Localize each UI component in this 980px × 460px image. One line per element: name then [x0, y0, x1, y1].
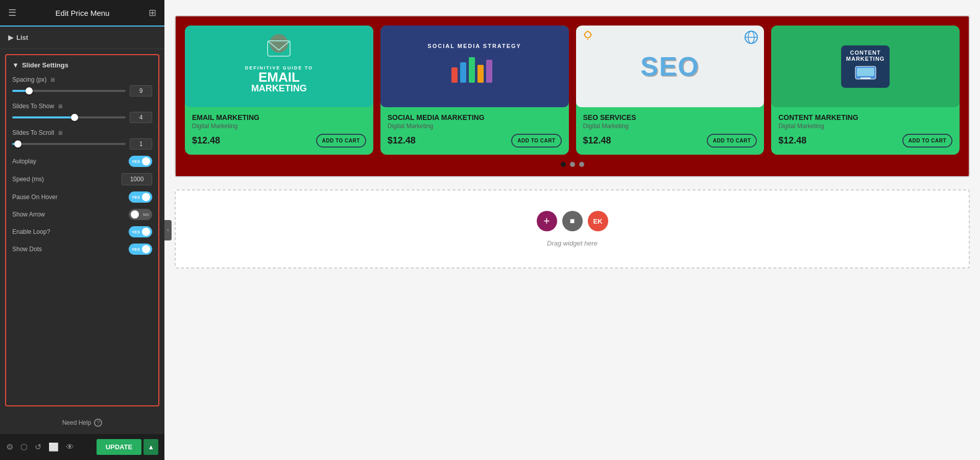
slides-to-show-value[interactable]: 4 [130, 112, 152, 123]
show-dots-setting: Show Dots YES [12, 244, 152, 255]
hamburger-menu-icon[interactable]: ☰ [8, 7, 16, 18]
slides-to-scroll-setting: Slides To Scroll 🖥 1 [12, 129, 152, 150]
card-price-row-seo: $12.48 ADD TO CART [583, 134, 757, 148]
widget-square-button[interactable]: ■ [562, 211, 583, 231]
monitor-icon-3: 🖥 [57, 130, 63, 136]
autoplay-label: Autoplay [12, 158, 36, 165]
spacing-slider[interactable] [12, 90, 126, 92]
enable-loop-row: Enable Loop? YES [12, 226, 152, 237]
svg-rect-4 [469, 57, 475, 83]
add-to-cart-seo[interactable]: ADD TO CART [707, 134, 757, 148]
card-price-row-social: $12.48 ADD TO CART [388, 134, 562, 148]
show-arrow-label: Show Arrow [12, 211, 45, 218]
pause-on-hover-label: Pause On Hover [12, 193, 58, 201]
card-price-email: $12.48 [192, 135, 220, 146]
speed-row: Speed (ms) 1000 [12, 173, 152, 185]
show-dots-toggle[interactable]: YES [129, 244, 152, 255]
svg-rect-6 [486, 60, 492, 83]
need-help[interactable]: Need Help ? [0, 411, 164, 434]
product-card-social: SOCIAL MEDIA STRATEGY SOCIAL MEDIA MARKE… [380, 26, 569, 155]
svg-rect-5 [477, 65, 484, 83]
slider-dots [185, 162, 960, 167]
dot-2[interactable] [570, 162, 575, 167]
update-button[interactable]: UPDATE [97, 439, 141, 455]
spacing-label: Spacing (px) 🖥 [12, 76, 152, 83]
card-name-content: CONTENT MARKETING [778, 113, 952, 122]
add-to-cart-social[interactable]: ADD TO CART [511, 134, 561, 148]
layers-icon[interactable]: ⬡ [20, 442, 28, 452]
list-section[interactable]: ▶ List [0, 27, 164, 49]
card-category-social: Digital Marketing [388, 123, 562, 130]
product-card-seo: SEO [576, 26, 764, 155]
autoplay-toggle[interactable]: YES [129, 156, 152, 167]
spacing-slider-row: 9 [12, 85, 152, 96]
svg-rect-3 [460, 62, 466, 83]
slides-to-scroll-value[interactable]: 1 [130, 138, 152, 150]
list-label: List [16, 34, 28, 41]
svg-rect-16 [857, 68, 874, 76]
svg-point-10 [585, 32, 591, 38]
slider-settings-panel: ▼ Slider Settings Spacing (px) 🖥 9 Slide… [5, 54, 159, 406]
sidebar: ☰ Edit Price Menu ⊞ ▶ List ▼ Slider Sett… [0, 0, 164, 460]
dot-3[interactable] [579, 162, 584, 167]
card-body-seo: SEO SERVICES Digital Marketing $12.48 AD… [576, 107, 764, 155]
monitor-icon-2: 🖥 [57, 103, 63, 109]
slides-to-show-slider[interactable] [12, 116, 126, 118]
autoplay-setting: Autoplay YES [12, 156, 152, 167]
slides-to-scroll-label: Slides To Scroll 🖥 [12, 129, 152, 136]
pause-on-hover-toggle[interactable]: YES [129, 191, 152, 203]
product-card-content: CONTENT MARKETING CONTENT MARKETING Digi… [771, 26, 960, 155]
collapse-icon: ▼ [12, 61, 19, 69]
card-name-social: SOCIAL MEDIA MARKETING [388, 113, 562, 122]
card-image-social: SOCIAL MEDIA STRATEGY [380, 26, 569, 107]
grid-icon[interactable]: ⊞ [149, 7, 156, 18]
spacing-value[interactable]: 9 [130, 85, 152, 96]
slider-section: DEFINITIVE GUIDE TO EMAIL MARKETING EMAI… [175, 15, 970, 177]
card-body-social: SOCIAL MEDIA MARKETING Digital Marketing… [380, 107, 569, 155]
card-body-email: EMAIL MARKETING Digital Marketing $12.48… [185, 107, 373, 155]
history-icon[interactable]: ↺ [35, 442, 41, 452]
enable-loop-setting: Enable Loop? YES [12, 226, 152, 237]
dot-1[interactable] [561, 162, 566, 167]
add-to-cart-email[interactable]: ADD TO CART [316, 134, 366, 148]
card-image-email: DEFINITIVE GUIDE TO EMAIL MARKETING [185, 26, 373, 107]
sidebar-title: Edit Price Menu [56, 9, 110, 17]
card-category-seo: Digital Marketing [583, 123, 757, 130]
footer-icons-group: ⚙ ⬡ ↺ ⬜ 👁 [6, 442, 74, 452]
add-widget-button[interactable]: + [537, 211, 557, 231]
list-toggle[interactable]: ▶ List [8, 34, 156, 41]
settings-icon[interactable]: ⚙ [6, 442, 13, 452]
card-price-content: $12.48 [778, 135, 806, 146]
card-category-email: Digital Marketing [192, 123, 366, 130]
drag-widget-area: + ■ EK Drag widget here [175, 189, 970, 269]
main-content: DEFINITIVE GUIDE TO EMAIL MARKETING EMAI… [164, 0, 980, 460]
slides-to-show-setting: Slides To Show 🖥 4 [12, 103, 152, 123]
widget-ek-button[interactable]: EK [588, 211, 608, 231]
card-name-email: EMAIL MARKETING [192, 113, 366, 122]
responsive-icon[interactable]: ⬜ [49, 442, 59, 452]
enable-loop-label: Enable Loop? [12, 228, 50, 235]
card-price-row-email: $12.48 ADD TO CART [192, 134, 366, 148]
card-category-content: Digital Marketing [778, 123, 952, 130]
card-image-seo: SEO [576, 26, 764, 107]
show-arrow-toggle[interactable]: NO [129, 209, 152, 220]
enable-loop-toggle[interactable]: YES [129, 226, 152, 237]
update-dropdown-button[interactable]: ▲ [144, 439, 158, 455]
chevron-right-icon: ▶ [8, 34, 13, 41]
show-dots-label: Show Dots [12, 246, 42, 253]
collapse-handle[interactable]: ‹ [164, 220, 172, 240]
speed-input[interactable]: 1000 [122, 173, 152, 185]
eye-icon[interactable]: 👁 [66, 443, 74, 452]
settings-header: ▼ Slider Settings [12, 61, 152, 69]
add-to-cart-content[interactable]: ADD TO CART [902, 134, 952, 148]
show-dots-row: Show Dots YES [12, 244, 152, 255]
card-price-row-content: $12.48 ADD TO CART [778, 134, 952, 148]
slides-to-scroll-slider[interactable] [12, 143, 126, 145]
spacing-setting: Spacing (px) 🖥 9 [12, 76, 152, 96]
monitor-icon: 🖥 [50, 77, 55, 83]
slides-to-show-label: Slides To Show 🖥 [12, 103, 152, 110]
product-card-email: DEFINITIVE GUIDE TO EMAIL MARKETING EMAI… [185, 26, 373, 155]
card-body-content: CONTENT MARKETING Digital Marketing $12.… [771, 107, 960, 155]
product-cards-grid: DEFINITIVE GUIDE TO EMAIL MARKETING EMAI… [185, 26, 960, 155]
sidebar-footer: ⚙ ⬡ ↺ ⬜ 👁 UPDATE ▲ [0, 434, 164, 460]
